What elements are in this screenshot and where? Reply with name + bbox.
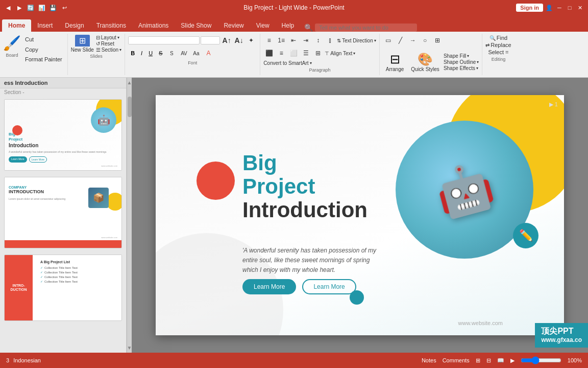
zoom-slider[interactable]: [521, 356, 561, 364]
check-icon-4: ✓: [40, 280, 43, 283]
tab-animations[interactable]: Animations: [132, 19, 175, 32]
slide-thumb-3[interactable]: INTRO-DUCTION A Big Project List ✓ Colle…: [4, 255, 122, 321]
undo-icon[interactable]: ↩: [60, 4, 68, 12]
font-label: Font: [128, 60, 257, 65]
format-painter-text[interactable]: Format Painter: [23, 55, 64, 65]
shape-fill-arrow: ▾: [467, 54, 469, 58]
comments-btn[interactable]: Comments: [443, 357, 470, 363]
font-name-input[interactable]: [128, 36, 200, 44]
tab-transitions[interactable]: Transitions: [90, 19, 132, 32]
strikethrough-btn[interactable]: S: [156, 49, 165, 57]
font-size-input[interactable]: 96: [201, 36, 220, 44]
slide-thumb-2[interactable]: 📦 COMPANY INTRODUCTION Lorem ipsum dolor…: [4, 177, 122, 248]
refresh-btn[interactable]: 🔄: [27, 4, 35, 12]
text-direction-btn[interactable]: ⇅ Text Direction ▾: [337, 38, 376, 43]
decrease-indent-btn[interactable]: ⇤: [288, 35, 299, 46]
line-spacing-btn[interactable]: ↕: [312, 35, 324, 46]
col-btn[interactable]: ⫿: [325, 35, 336, 46]
find-btn[interactable]: 🔍 Find: [489, 35, 507, 41]
tab-design[interactable]: Design: [59, 19, 90, 32]
shadow-btn[interactable]: S: [166, 48, 177, 59]
bullets-btn[interactable]: ≡: [263, 35, 275, 46]
thumb3-title: A Big Project List: [40, 260, 116, 264]
align-right-btn[interactable]: ⬜: [288, 48, 299, 59]
learn-more-primary[interactable]: Learn More: [242, 279, 296, 294]
arrow-btn[interactable]: →: [407, 35, 419, 46]
signin-button[interactable]: Sign in: [516, 4, 543, 12]
scroll-handle[interactable]: [128, 97, 132, 117]
align-center-btn[interactable]: ≡: [276, 48, 287, 59]
arrange-btn[interactable]: ⊟ Arrange: [383, 48, 407, 76]
format-painter-btn[interactable]: 🖌️: [3, 35, 21, 52]
search-input[interactable]: [315, 24, 417, 32]
decrease-font-btn[interactable]: A↓: [233, 35, 244, 46]
select-btn[interactable]: Select =: [488, 49, 508, 55]
bold-btn[interactable]: B: [128, 49, 137, 57]
back-btn[interactable]: ◀: [4, 4, 12, 12]
increase-indent-btn[interactable]: ⇥: [300, 35, 311, 46]
layout-btn[interactable]: ⊟ Layout ▾: [96, 35, 121, 40]
ribbon-toolbar: 🖌️ Board Cut Copy Format Painter ⊞ New S…: [0, 32, 588, 78]
underline-btn[interactable]: U: [146, 49, 155, 57]
ribbon-tabs: Home Insert Design Transitions Animation…: [0, 15, 588, 32]
font-color-btn[interactable]: A: [203, 48, 214, 59]
new-slide-label: New Slide: [71, 47, 94, 53]
slide-thumb-1[interactable]: 🤖 BigProject Introduction A wonderful se…: [4, 99, 122, 171]
normal-view-btn[interactable]: ⊞: [476, 357, 480, 364]
tab-help[interactable]: Help: [276, 19, 301, 32]
title-bar-controls: Sign in 👤 ─ □ ✕: [516, 4, 584, 12]
list-item-3: Collection Title Item Text: [44, 275, 78, 279]
section-btn[interactable]: ☰ Section ▾: [96, 47, 121, 53]
minimize-btn[interactable]: ─: [555, 4, 564, 12]
convert-smartart-btn[interactable]: Convert to SmartArt ▾: [263, 60, 311, 66]
copy-btn[interactable]: Copy: [23, 45, 64, 55]
clear-format-btn[interactable]: ✦: [246, 35, 257, 46]
cut-btn[interactable]: Cut: [23, 35, 64, 45]
tab-view[interactable]: View: [250, 19, 276, 32]
shape-effects-btn[interactable]: Shape Effects ▾: [444, 65, 479, 71]
tab-insert[interactable]: Insert: [31, 19, 59, 32]
reset-btn[interactable]: ↺ Reset: [96, 41, 121, 47]
line-btn[interactable]: ╱: [395, 35, 406, 46]
tab-review[interactable]: Review: [217, 19, 250, 32]
forward-btn[interactable]: ▶: [15, 4, 23, 12]
char-spacing-btn[interactable]: AV: [178, 48, 189, 59]
tab-slideshow[interactable]: Slide Show: [175, 19, 217, 32]
slide-panel-scrollbar[interactable]: ▲ ▼: [127, 78, 132, 353]
increase-font-btn[interactable]: A↑: [221, 35, 232, 46]
notes-btn[interactable]: Notes: [422, 357, 436, 363]
slide-sorter-btn[interactable]: ⊟: [486, 357, 491, 364]
align-cols-btn[interactable]: ⊞: [312, 48, 324, 59]
align-text-btn[interactable]: ⊤ Align Text ▾: [325, 51, 355, 56]
font-case-btn[interactable]: Aa: [190, 48, 202, 59]
title-bar-left: ◀ ▶ 🔄 📊 💾 ↩: [4, 4, 68, 12]
account-icon[interactable]: 👤: [545, 4, 553, 12]
close-btn[interactable]: ✕: [576, 4, 584, 12]
new-slide-btn[interactable]: ⊞ New Slide: [71, 35, 94, 53]
oval-btn[interactable]: ○: [420, 35, 431, 46]
italic-btn[interactable]: I: [138, 49, 145, 57]
slides-group: ⊞ New Slide ⊟ Layout ▾ ↺ Reset ☰: [68, 34, 125, 75]
slideshow-btn[interactable]: ▶: [510, 357, 514, 364]
editing-label: Editing: [485, 57, 511, 62]
learn-more-secondary[interactable]: Learn More: [302, 279, 356, 294]
reading-view-btn[interactable]: 📖: [497, 357, 504, 364]
numbering-btn[interactable]: 1≡: [276, 35, 287, 46]
maximize-btn[interactable]: □: [566, 4, 574, 12]
tab-home[interactable]: Home: [2, 19, 31, 32]
slide-canvas[interactable]: BigProject Introduction 'A wonderful ser…: [156, 95, 564, 335]
check-icon-3: ✓: [40, 275, 43, 279]
shape-outline-btn[interactable]: Shape Outline ▾: [444, 59, 479, 65]
quick-styles-btn[interactable]: 🎨 Quick Styles: [408, 48, 443, 76]
more-shapes-btn[interactable]: ⊞: [432, 35, 443, 46]
justify-btn[interactable]: ☰: [300, 48, 311, 59]
layout-arrow: ▾: [117, 35, 119, 40]
rect-btn[interactable]: ▭: [383, 35, 394, 46]
align-left-btn[interactable]: ⬛: [263, 48, 275, 59]
thumb3-intro-text: INTRO-DUCTION: [11, 284, 27, 292]
clipboard-actions: Cut Copy Format Painter: [23, 35, 64, 65]
replace-btn[interactable]: ⇄ Replace: [485, 42, 511, 48]
shape-fill-btn[interactable]: Shape Fill ▾: [444, 53, 479, 59]
save-icon[interactable]: 💾: [49, 4, 57, 12]
thumb1-red-dot: [12, 125, 22, 135]
